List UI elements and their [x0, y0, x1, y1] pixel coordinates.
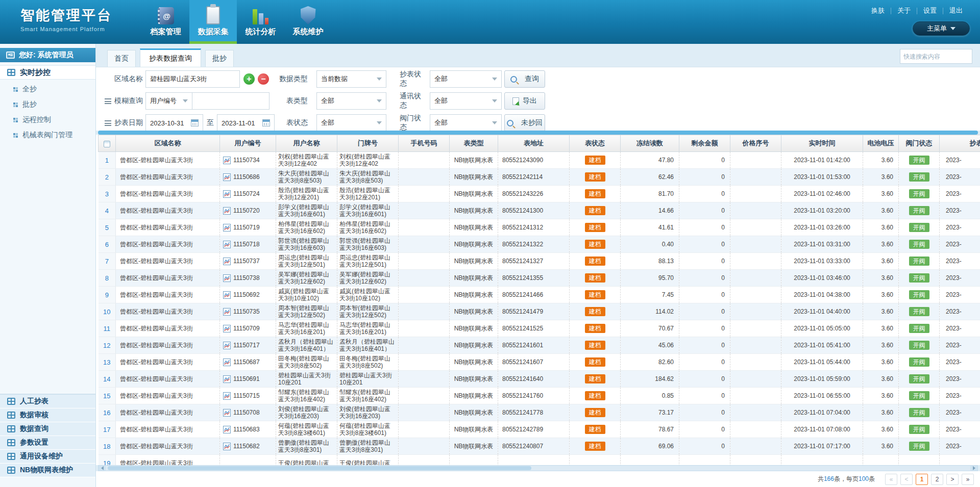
usage-chart-icon[interactable]	[223, 392, 231, 400]
tab-home[interactable]: 首页	[107, 50, 136, 67]
export-button[interactable]: 导出	[504, 92, 545, 110]
page-button->[interactable]: >	[946, 474, 959, 485]
nav-item-maintenance[interactable]: 系统维护	[284, 0, 332, 44]
sidebar-subitem-2[interactable]: 远程控制	[0, 112, 95, 127]
table-row[interactable]: 1曾都区-碧桂园翠山蓝天3街11150734刘权(碧桂园翠山蓝天3街12座402…	[99, 152, 980, 169]
table-row[interactable]: 19曾都区-碧桂园翠山蓝天3街王俊(碧桂园翠山蓝王俊(碧桂园翠山蓝	[99, 455, 980, 466]
sidebar-item-realtime-read[interactable]: 实时抄控	[0, 65, 95, 80]
select-all-header[interactable]	[99, 135, 116, 152]
sidebar-item-5[interactable]: NB物联网表维护	[0, 464, 95, 477]
usage-chart-icon[interactable]	[223, 224, 231, 232]
table-top-scrollbar[interactable]	[98, 131, 978, 135]
page-button-1[interactable]: 1	[916, 474, 928, 485]
table-row[interactable]: 14曾都区-碧桂园翠山蓝天3街11150691碧桂园翠山蓝天3街10座201碧桂…	[99, 371, 980, 388]
date-to-picker[interactable]: 2023-11-01	[217, 114, 275, 132]
sidebar-item-0[interactable]: 人工抄表	[0, 395, 95, 408]
query-button[interactable]: 查询	[504, 70, 545, 88]
fuzzy-value-input[interactable]	[192, 93, 269, 109]
page-button-2[interactable]: 2	[931, 474, 943, 485]
usage-chart-icon[interactable]	[223, 157, 231, 164]
col-header-9[interactable]: 剩余金额	[679, 135, 730, 152]
nav-item-statistics[interactable]: 统计分析	[237, 0, 284, 44]
usage-chart-icon[interactable]	[223, 291, 231, 299]
table-row[interactable]: 11曾都区-碧桂园翠山蓝天3街11150709马志华(碧桂园翠山蓝天3街16座2…	[99, 320, 980, 337]
table-row[interactable]: 15曾都区-碧桂园翠山蓝天3街11150715邹耀东(碧桂园翠山蓝天3街16座4…	[99, 388, 980, 404]
nav-item-data-collect[interactable]: 数据采集	[189, 0, 237, 44]
add-area-button[interactable]: +	[243, 73, 255, 85]
table-bottom-scrollbar[interactable]	[98, 465, 978, 471]
col-header-1[interactable]: 用户编号	[220, 135, 276, 152]
col-header-2[interactable]: 用户名称	[276, 135, 337, 152]
quick-link-1[interactable]: 关于	[891, 6, 917, 15]
quick-link-2[interactable]: 设置	[917, 6, 943, 15]
area-name-input[interactable]	[146, 71, 239, 87]
table-row[interactable]: 18曾都区-碧桂园翠山蓝天3街11150682曾鹏傲(碧桂园翠山蓝天3街8座30…	[99, 438, 980, 455]
scroll-left-arrow-icon[interactable]	[99, 466, 106, 471]
comm-status-select[interactable]: 全部	[430, 92, 502, 110]
col-header-7[interactable]: 表状态	[570, 135, 621, 152]
page-button-<[interactable]: <	[900, 474, 913, 485]
data-type-select[interactable]: 当前数据	[316, 70, 386, 88]
read-status-select[interactable]: 全部	[430, 70, 502, 88]
sidebar-item-2[interactable]: 数据查询	[0, 422, 95, 436]
meter-status-select[interactable]: 全部	[316, 114, 386, 132]
checkbox-icon[interactable]	[104, 141, 110, 147]
meter-type-select[interactable]: 全部	[316, 92, 386, 110]
valve-status-select[interactable]: 全部	[430, 114, 502, 132]
sidebar-item-1[interactable]: 数据审核	[0, 408, 95, 422]
scrollbar-thumb[interactable]	[108, 466, 531, 470]
usage-chart-icon[interactable]	[223, 258, 231, 265]
usage-chart-icon[interactable]	[223, 190, 231, 198]
usage-chart-icon[interactable]	[223, 207, 231, 215]
scroll-right-arrow-icon[interactable]	[970, 466, 977, 471]
fuzzy-field-select[interactable]: 用户编号	[145, 92, 192, 110]
col-header-11[interactable]: 实时时间	[781, 135, 863, 152]
col-header-3[interactable]: 门牌号	[337, 135, 399, 152]
usage-chart-icon[interactable]	[223, 443, 231, 450]
usage-chart-icon[interactable]	[223, 274, 231, 282]
usage-chart-icon[interactable]	[223, 409, 231, 417]
table-row[interactable]: 16曾都区-碧桂园翠山蓝天3街11150708刘俊(碧桂园翠山蓝天3街16座20…	[99, 404, 980, 421]
col-header-10[interactable]: 价格序号	[730, 135, 781, 152]
usage-chart-icon[interactable]	[223, 325, 231, 332]
date-from-picker[interactable]: 2023-10-31	[145, 114, 203, 132]
usage-chart-icon[interactable]	[223, 241, 231, 248]
col-header-4[interactable]: 手机号码	[399, 135, 450, 152]
table-row[interactable]: 17曾都区-碧桂园翠山蓝天3街11150683何蕴(碧桂园翠山蓝天3街8座3楼6…	[99, 421, 980, 438]
col-header-13[interactable]: 阀门状态	[899, 135, 940, 152]
tab-batch-read[interactable]: 批抄	[205, 50, 234, 67]
table-row[interactable]: 12曾都区-碧桂园翠山蓝天3街11150717孟秋月（碧桂园翠山蓝天3街16座4…	[99, 337, 980, 354]
quick-link-3[interactable]: 退出	[943, 6, 969, 15]
table-row[interactable]: 10曾都区-碧桂园翠山蓝天3街11150735周本智(碧桂园翠山蓝天3街12座5…	[99, 303, 980, 320]
sidebar-subitem-1[interactable]: 批抄	[0, 97, 95, 112]
quick-link-0[interactable]: 换肤	[865, 6, 891, 15]
table-row[interactable]: 5曾都区-碧桂园翠山蓝天3街11150719柏伟星(碧桂园翠山蓝天3街16座60…	[99, 219, 980, 236]
table-row[interactable]: 8曾都区-碧桂园翠山蓝天3街11150738吴军娜(碧桂园翠山蓝天3街12座60…	[99, 270, 980, 287]
remove-area-button[interactable]: −	[258, 73, 269, 85]
usage-chart-icon[interactable]	[223, 173, 231, 181]
search-input[interactable]	[900, 53, 980, 60]
col-header-12[interactable]: 电池电压	[863, 135, 899, 152]
col-header-0[interactable]: 区域名称	[116, 135, 220, 152]
page-button-«[interactable]: «	[885, 474, 897, 485]
table-row[interactable]: 3曾都区-碧桂园翠山蓝天3街11150724殷浩(碧桂园翠山蓝天3街12座201…	[99, 186, 980, 202]
col-header-5[interactable]: 表类型	[450, 135, 498, 152]
usage-chart-icon[interactable]	[223, 342, 231, 349]
col-header-8[interactable]: 冻结读数	[621, 135, 679, 152]
sidebar-subitem-3[interactable]: 机械表阀门管理	[0, 127, 95, 143]
usage-chart-icon[interactable]	[223, 358, 231, 366]
main-menu-button[interactable]: 主菜单	[913, 21, 970, 36]
usage-chart-icon[interactable]	[223, 308, 231, 316]
col-header-6[interactable]: 表地址	[498, 135, 570, 152]
sidebar-subitem-0[interactable]: 全抄	[0, 82, 95, 97]
page-button-»[interactable]: »	[962, 474, 974, 485]
col-header-14[interactable]: 抄表时间	[940, 135, 980, 152]
usage-chart-icon[interactable]	[223, 426, 231, 433]
usage-chart-icon[interactable]	[223, 375, 231, 383]
sidebar-item-4[interactable]: 通用设备维护	[0, 450, 95, 464]
sidebar-item-3[interactable]: 参数设置	[0, 436, 95, 450]
table-row[interactable]: 6曾都区-碧桂园翠山蓝天3街11150718郭世强(碧桂园翠山蓝天3街16座60…	[99, 236, 980, 253]
table-row[interactable]: 7曾都区-碧桂园翠山蓝天3街11150737周运忠(碧桂园翠山蓝天3街12座50…	[99, 253, 980, 270]
table-row[interactable]: 9曾都区-碧桂园翠山蓝天3街11150692戚岚(碧桂园翠山蓝天3街10座102…	[99, 287, 980, 303]
table-row[interactable]: 13曾都区-碧桂园翠山蓝天3街11150687田冬梅(碧桂园翠山蓝天3街8座50…	[99, 354, 980, 371]
